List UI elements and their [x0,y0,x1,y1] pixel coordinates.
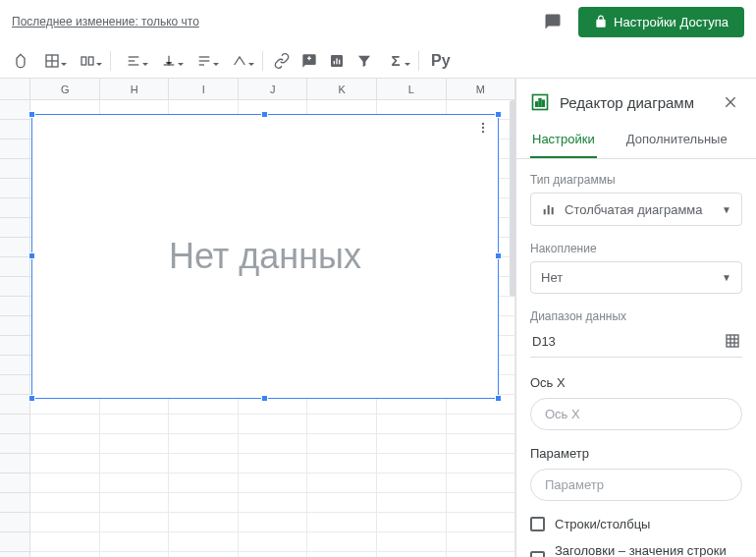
select-range-icon[interactable] [725,333,740,349]
svg-rect-4 [88,57,93,65]
filter-icon[interactable] [351,48,377,74]
tab-setup[interactable]: Настройки [530,122,597,158]
stacking-label: Накопление [530,242,742,255]
stacking-select[interactable]: Нет ▼ [530,261,742,294]
column-header[interactable]: J [239,79,308,99]
tab-customize[interactable]: Дополнительные [624,122,729,158]
resize-handle[interactable] [28,111,35,118]
chart-type-value: Столбчатая диаграмма [565,202,703,217]
vertical-scrollbar[interactable] [510,100,515,297]
svg-rect-22 [539,99,541,107]
data-range-value[interactable]: D13 [532,334,556,349]
column-header[interactable]: K [307,79,377,99]
insert-chart-icon[interactable] [324,48,350,74]
functions-icon[interactable]: Σ [379,48,412,74]
stacking-value: Нет [541,270,563,285]
chart-placeholder[interactable]: Нет данных [31,114,499,399]
resize-handle[interactable] [261,111,268,118]
chart-editor-title: Редактор диаграмм [560,94,709,111]
resize-handle[interactable] [495,395,502,402]
fill-color-icon[interactable] [8,48,33,74]
x-axis-input[interactable]: Ось X [530,398,742,430]
chart-more-icon[interactable] [476,121,490,135]
svg-point-18 [482,127,484,129]
svg-rect-26 [544,209,546,214]
chart-editor-panel: Редактор диаграмм Настройки Дополнительн… [516,79,756,557]
svg-rect-14 [334,61,335,64]
svg-rect-3 [81,57,86,65]
toolbar: Σ Ру [0,43,756,79]
svg-rect-29 [727,335,738,347]
text-rotate-icon[interactable] [223,48,256,74]
share-button[interactable]: Настройки Доступа [578,7,744,37]
switch-rows-cols-label: Строки/столбцы [555,517,650,531]
svg-point-17 [482,123,484,125]
svg-rect-15 [336,58,337,64]
x-axis-label: Ось X [530,375,742,390]
spreadsheet-grid[interactable]: GHIJKLM Нет данных [0,79,516,557]
switch-rows-cols-checkbox[interactable] [530,517,545,531]
svg-rect-28 [552,207,554,214]
resize-handle[interactable] [28,252,35,259]
column-header[interactable]: G [30,79,100,99]
column-header[interactable]: L [377,79,447,99]
chevron-down-icon: ▼ [722,204,731,215]
svg-rect-23 [543,100,545,106]
chart-no-data-label: Нет данных [169,236,361,277]
data-range-label: Диапазон данных [530,309,742,323]
svg-rect-16 [339,59,340,64]
chart-type-select[interactable]: Столбчатая диаграмма ▼ [530,193,742,226]
column-header[interactable]: H [100,79,170,99]
language-toggle-icon[interactable]: Ру [425,48,457,74]
resize-handle[interactable] [261,395,268,402]
svg-rect-21 [536,102,538,106]
resize-handle[interactable] [495,111,502,118]
borders-icon[interactable] [35,48,69,74]
share-button-label: Настройки Доступа [614,15,729,29]
insert-link-icon[interactable] [269,48,295,74]
resize-handle[interactable] [28,395,35,402]
column-header[interactable]: M [447,79,516,99]
v-align-icon[interactable] [152,48,186,74]
chart-editor-icon [530,92,550,112]
close-icon[interactable] [719,90,742,114]
series-input[interactable]: Параметр [530,469,742,501]
merge-cells-icon[interactable] [71,48,104,74]
resize-handle[interactable] [495,252,502,259]
chart-type-label: Тип диаграммы [530,173,742,187]
use-headers-label: Заголовки – значения строки 13 [555,543,742,557]
chevron-down-icon: ▼ [722,272,731,283]
text-wrap-icon[interactable] [188,48,221,74]
comment-history-icon[interactable] [539,8,567,35]
insert-comment-icon[interactable] [297,48,322,74]
series-label: Параметр [530,446,742,461]
use-headers-checkbox[interactable] [530,551,545,558]
svg-point-19 [482,131,484,133]
column-header[interactable]: I [169,79,239,99]
last-change-link[interactable]: Последнее изменение: только что [12,15,199,28]
svg-rect-27 [548,205,550,214]
h-align-icon[interactable] [117,48,150,74]
